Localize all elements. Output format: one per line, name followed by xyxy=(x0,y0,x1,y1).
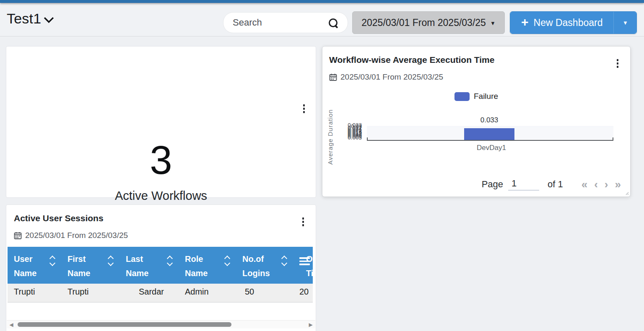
sessions-table: User Name First Name Last Name Role Name… xyxy=(8,247,313,303)
kebab-menu-icon[interactable] xyxy=(301,103,306,115)
column-label: Ov xyxy=(306,252,313,266)
cell-last-name: Sardar xyxy=(119,284,179,302)
kebab-menu-icon[interactable] xyxy=(301,216,306,228)
cell-user-name: Trupti xyxy=(8,284,61,302)
caret-down-icon: ▼ xyxy=(623,20,628,26)
active-workflows-card: 3 Active Workflows xyxy=(6,46,316,198)
dashboard-title-dropdown[interactable]: Test1 xyxy=(7,10,52,27)
top-accent-bar xyxy=(0,0,644,3)
active-user-sessions-card: Active User Sessions 2025/03/01 From 202… xyxy=(6,204,316,331)
scroll-right-icon[interactable]: ▶ xyxy=(306,322,315,328)
date-range-label: 2025/03/01 From 2025/03/25 xyxy=(361,17,486,28)
column-header-first-name[interactable]: First Name xyxy=(61,247,119,284)
page-of-label: of 1 xyxy=(548,179,563,190)
date-range-button[interactable]: 2025/03/01 From 2025/03/25 ▼ xyxy=(352,11,505,34)
chart-plot-area: 0.033 xyxy=(367,126,613,141)
chart-pagination: Page of 1 « ‹ › » xyxy=(482,178,621,191)
column-header-user-name[interactable]: User Name xyxy=(8,247,61,284)
column-label: User Name xyxy=(14,252,44,280)
column-header-no-of-logins[interactable]: No.of Logins xyxy=(236,247,293,284)
next-page-button[interactable]: › xyxy=(605,179,608,190)
active-workflows-value: 3 xyxy=(6,138,316,182)
kebab-menu-icon[interactable] xyxy=(615,57,620,70)
new-dashboard-button[interactable]: + New Dashboard xyxy=(510,12,613,34)
chart-date-range: 2025/03/01 From 2025/03/25 xyxy=(329,72,443,82)
column-label: No.of Logins xyxy=(242,252,276,280)
table-header-row: User Name First Name Last Name Role Name… xyxy=(8,247,313,284)
horizontal-scrollbar[interactable]: ◀ ▶ xyxy=(7,320,315,328)
column-label: Ti xyxy=(306,266,313,280)
search-box[interactable] xyxy=(223,12,348,33)
sort-icon[interactable] xyxy=(50,256,55,265)
sort-icon[interactable] xyxy=(109,256,113,265)
sort-icon[interactable] xyxy=(168,256,172,265)
column-header-clipped[interactable]: Ov Ti xyxy=(293,247,313,284)
column-label: First Name xyxy=(68,252,103,280)
column-header-role-name[interactable]: Role Name xyxy=(179,247,236,284)
table-row[interactable]: Trupti Trupti Sardar Admin 50 20 xyxy=(8,284,313,303)
sessions-title: Active User Sessions xyxy=(14,213,104,223)
calendar-icon xyxy=(329,73,337,81)
active-workflows-label: Active Workflows xyxy=(6,189,316,203)
search-icon[interactable] xyxy=(329,18,338,27)
chart-legend: Failure xyxy=(322,92,630,101)
app-header: Test1 2025/03/01 From 2025/03/25 ▼ + New… xyxy=(0,3,644,36)
chevron-down-icon xyxy=(44,13,54,23)
scrollbar-thumb[interactable] xyxy=(18,322,231,327)
page-label: Page xyxy=(482,179,503,190)
cell-no-of-logins: 50 xyxy=(236,284,293,302)
column-label: Last Name xyxy=(126,252,162,280)
legend-swatch-failure[interactable] xyxy=(454,92,470,101)
last-page-button[interactable]: » xyxy=(615,179,621,190)
cell-first-name: Trupti xyxy=(61,284,119,302)
sessions-date-range: 2025/03/01 From 2025/03/25 xyxy=(14,231,128,240)
prev-page-button[interactable]: ‹ xyxy=(594,179,598,190)
y-tick: 0.033 xyxy=(348,122,362,128)
failure-bar[interactable] xyxy=(464,128,514,140)
page-number-input[interactable] xyxy=(508,178,539,191)
chart-y-axis-label: Average Duration xyxy=(327,101,334,165)
chart-date-range-text: 2025/03/01 From 2025/03/25 xyxy=(340,72,443,82)
bar-value-label: 0.033 xyxy=(464,116,514,124)
legend-label-failure[interactable]: Failure xyxy=(474,92,498,101)
execution-time-card: Workflow-wise Average Execution Time 202… xyxy=(322,46,631,197)
cell-clipped: 20 xyxy=(293,284,313,302)
chart-x-category-label: DevDay1 xyxy=(464,144,519,152)
scrollbar-track[interactable] xyxy=(16,321,306,328)
column-header-last-name[interactable]: Last Name xyxy=(119,247,179,284)
chart-title: Workflow-wise Average Execution Time xyxy=(329,55,494,65)
plus-icon: + xyxy=(521,15,529,29)
chart-y-axis-ticks: 0.003 0.006 0.009 0.012 0.015 0.018 0.02… xyxy=(343,122,362,142)
search-input[interactable] xyxy=(223,17,329,28)
first-page-button[interactable]: « xyxy=(582,179,587,190)
new-dashboard-split-button: + New Dashboard ▼ xyxy=(510,11,637,34)
sort-icon[interactable] xyxy=(225,256,229,265)
resize-handle-icon[interactable] xyxy=(624,191,629,195)
column-label: Role Name xyxy=(185,252,219,280)
caret-down-icon: ▼ xyxy=(490,21,496,26)
cell-role-name: Admin xyxy=(179,284,236,302)
sessions-date-range-text: 2025/03/01 From 2025/03/25 xyxy=(25,231,128,240)
sort-icon[interactable] xyxy=(282,256,286,265)
scroll-left-icon[interactable]: ◀ xyxy=(7,322,16,328)
calendar-icon xyxy=(14,232,22,240)
new-dashboard-dropdown-toggle[interactable]: ▼ xyxy=(613,12,636,34)
dashboard-title: Test1 xyxy=(7,10,41,27)
new-dashboard-label: New Dashboard xyxy=(534,17,603,28)
